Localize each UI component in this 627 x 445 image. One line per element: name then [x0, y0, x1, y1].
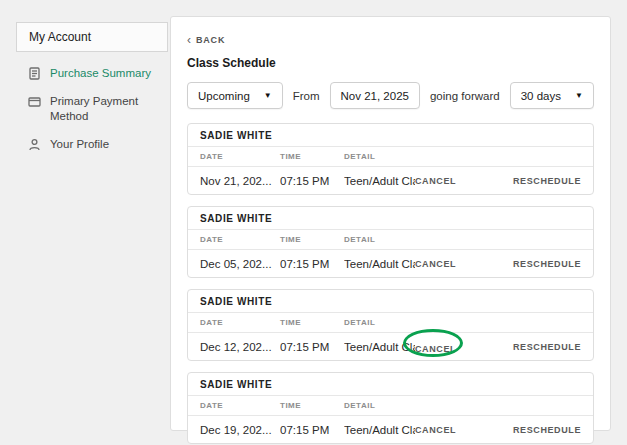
detail-column-header: DETAIL: [344, 318, 415, 327]
student-name: SADIE WHITE: [188, 207, 593, 230]
sidebar-title: My Account: [16, 22, 168, 52]
class-row: Dec 05, 202... 07:15 PM Teen/Adult Class…: [188, 250, 593, 277]
start-date-value: Nov 21, 2025: [341, 90, 409, 102]
class-row: Dec 19, 202... 07:15 PM Teen/Adult Class…: [188, 416, 593, 443]
class-card: SADIE WHITE DATE TIME DETAIL Dec 05, 202…: [187, 206, 594, 278]
status-dropdown[interactable]: Upcoming ▼: [187, 82, 283, 109]
chevron-down-icon: ▼: [575, 91, 583, 100]
detail-column-header: DETAIL: [344, 401, 415, 410]
date-column-header: DATE: [200, 318, 280, 327]
class-time: 07:15 PM: [280, 175, 344, 187]
reschedule-button[interactable]: RESCHEDULE: [513, 342, 581, 352]
class-detail: Teen/Adult Class: [344, 341, 415, 353]
time-column-header: TIME: [280, 235, 344, 244]
class-card-list: SADIE WHITE DATE TIME DETAIL Nov 21, 202…: [187, 123, 594, 444]
card-column-headers: DATE TIME DETAIL: [188, 313, 593, 333]
class-card: SADIE WHITE DATE TIME DETAIL Dec 19, 202…: [187, 372, 594, 444]
cancel-button[interactable]: CANCEL: [415, 259, 456, 269]
range-dropdown-value: 30 days: [521, 90, 561, 102]
class-date: Dec 19, 202...: [200, 424, 280, 436]
class-row: Dec 12, 202... 07:15 PM Teen/Adult Class…: [188, 333, 593, 360]
student-name: SADIE WHITE: [188, 373, 593, 396]
credit-card-icon: [28, 95, 41, 108]
class-date: Dec 05, 202...: [200, 258, 280, 270]
sidebar: My Account Purchase Summary Primary Paym…: [16, 22, 168, 152]
person-icon: [28, 138, 41, 151]
range-dropdown[interactable]: 30 days ▼: [510, 82, 594, 109]
card-column-headers: DATE TIME DETAIL: [188, 396, 593, 416]
student-name: SADIE WHITE: [188, 124, 593, 147]
class-row: Nov 21, 202... 07:15 PM Teen/Adult Class…: [188, 167, 593, 194]
going-forward-label: going forward: [430, 90, 500, 102]
time-column-header: TIME: [280, 318, 344, 327]
sidebar-item-purchase-summary[interactable]: Purchase Summary: [28, 66, 168, 81]
date-column-header: DATE: [200, 235, 280, 244]
sidebar-item-primary-payment-method[interactable]: Primary Payment Method: [28, 94, 168, 124]
student-name: SADIE WHITE: [188, 290, 593, 313]
time-column-header: TIME: [280, 152, 344, 161]
class-time: 07:15 PM: [280, 424, 344, 436]
cancel-button[interactable]: CANCEL: [415, 344, 456, 354]
class-card: SADIE WHITE DATE TIME DETAIL Dec 12, 202…: [187, 289, 594, 361]
document-icon: [28, 67, 41, 80]
time-column-header: TIME: [280, 401, 344, 410]
back-chevron-icon: ‹: [187, 35, 191, 45]
main-panel: ‹ BACK Class Schedule Upcoming ▼ From No…: [170, 16, 611, 431]
card-column-headers: DATE TIME DETAIL: [188, 230, 593, 250]
start-date-field[interactable]: Nov 21, 2025: [330, 82, 420, 109]
reschedule-button[interactable]: RESCHEDULE: [513, 259, 581, 269]
sidebar-item-label: Purchase Summary: [50, 66, 151, 81]
sidebar-list: Purchase Summary Primary Payment Method …: [16, 52, 168, 152]
back-link[interactable]: ‹ BACK: [187, 35, 225, 45]
reschedule-button[interactable]: RESCHEDULE: [513, 425, 581, 435]
cancel-button[interactable]: CANCEL: [415, 425, 456, 435]
sidebar-item-label: Your Profile: [50, 137, 109, 152]
class-date: Dec 12, 202...: [200, 341, 280, 353]
from-label: From: [293, 90, 320, 102]
reschedule-button[interactable]: RESCHEDULE: [513, 176, 581, 186]
detail-column-header: DETAIL: [344, 152, 415, 161]
class-time: 07:15 PM: [280, 341, 344, 353]
date-column-header: DATE: [200, 401, 280, 410]
class-date: Nov 21, 202...: [200, 175, 280, 187]
back-label: BACK: [196, 35, 225, 45]
status-dropdown-value: Upcoming: [198, 90, 250, 102]
class-detail: Teen/Adult Class: [344, 175, 415, 187]
date-column-header: DATE: [200, 152, 280, 161]
class-detail: Teen/Adult Class: [344, 424, 415, 436]
chevron-down-icon: ▼: [264, 91, 272, 100]
sidebar-item-label: Primary Payment Method: [50, 94, 168, 124]
card-column-headers: DATE TIME DETAIL: [188, 147, 593, 167]
detail-column-header: DETAIL: [344, 235, 415, 244]
sidebar-item-your-profile[interactable]: Your Profile: [28, 137, 168, 152]
class-time: 07:15 PM: [280, 258, 344, 270]
class-detail: Teen/Adult Class: [344, 258, 415, 270]
cancel-button[interactable]: CANCEL: [415, 176, 456, 186]
page: My Account Purchase Summary Primary Paym…: [0, 0, 627, 445]
class-card: SADIE WHITE DATE TIME DETAIL Nov 21, 202…: [187, 123, 594, 195]
page-title: Class Schedule: [187, 56, 594, 70]
filter-row: Upcoming ▼ From Nov 21, 2025 going forwa…: [187, 82, 594, 109]
